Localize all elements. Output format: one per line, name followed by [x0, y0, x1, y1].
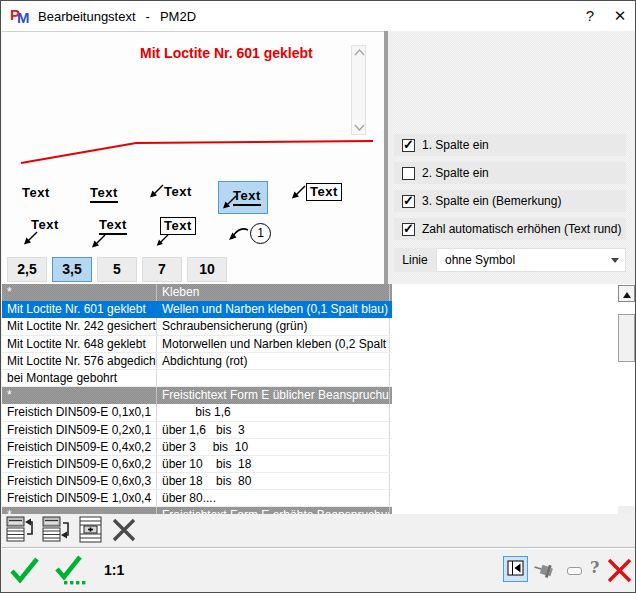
cell-bemerkung: Wellen und Narben kleben (0,1 Spalt blau…	[157, 301, 390, 318]
table-row[interactable]: bei Montage gebohrt	[2, 370, 392, 387]
cell-bemerkung: über 3 bis 10	[157, 439, 390, 455]
panel-toggle-button[interactable]	[503, 556, 528, 582]
result-table: *KlebenMit Loctite Nr. 601 geklebtWellen…	[2, 284, 392, 514]
preview-scrollbar[interactable]	[351, 45, 366, 135]
style-underline-button[interactable]: Text	[90, 185, 118, 203]
move-row-up-icon[interactable]	[5, 515, 37, 545]
help-button[interactable]: ?	[575, 3, 605, 29]
option-label: 3. Spalte ein (Bemerkung)	[422, 194, 561, 208]
list-scrollbar-foot	[618, 506, 635, 514]
app-logo-icon: P M	[10, 7, 32, 25]
size-5-button[interactable]: 5	[97, 257, 137, 282]
table-row[interactable]: Freistich DIN509-E 0,6x0,3über 18 bis 80	[2, 473, 392, 490]
table-row[interactable]: Mit Loctite Nr. 648 geklebtMotorwellen u…	[2, 336, 392, 353]
cell-bemerkung: über 10 bis 18	[157, 456, 390, 472]
close-button[interactable]: ✕	[605, 3, 635, 29]
pin-icon[interactable]	[533, 559, 555, 581]
cell-text: Freistich DIN509-E 0,6x0,3	[2, 473, 157, 489]
text-list-panel: *KlebenMit Loctite Nr. 601 geklebtWellen…	[2, 284, 636, 514]
leader-arrow-icon	[154, 233, 170, 247]
checkbox-unchecked-icon[interactable]	[402, 167, 415, 180]
scroll-down-icon[interactable]	[354, 124, 365, 131]
table-row[interactable]: Mit Loctite Nr. 576 abgedichtetAbdichtun…	[2, 353, 392, 370]
title-app: PM2D	[160, 9, 196, 24]
cell-text: Freistich DIN509-E 0,6x0,2	[2, 456, 157, 472]
title-main: Bearbeitungstext	[38, 9, 136, 24]
checkbox-checked-icon[interactable]: ✓	[402, 139, 415, 152]
balloon-number-label: 1	[250, 223, 271, 244]
cell-text: Freistich DIN509-E 0,4x0,2	[2, 439, 157, 455]
help-icon[interactable]: ?	[590, 558, 599, 577]
style-label: Text	[306, 183, 342, 201]
table-row[interactable]: Mit Loctite Nr. 242 gesichertSchraubensi…	[2, 318, 392, 335]
style-label: Text	[233, 188, 261, 206]
option-label: Zahl automatisch erhöhen (Text rund)	[422, 222, 621, 236]
option-label: 2. Spalte ein	[422, 166, 489, 180]
move-row-down-icon[interactable]	[41, 515, 73, 545]
size-7-button[interactable]: 7	[142, 257, 182, 282]
table-row[interactable]: Freistich DIN509-E 0,2x0,1über 1,6 bis 3	[2, 422, 392, 439]
line-symbol-row: Linie ohne Symbol	[394, 248, 626, 272]
title-separator: -	[146, 9, 150, 24]
cell-text: *	[2, 387, 157, 404]
logo-letter-m: M	[17, 9, 30, 26]
option-auto-number[interactable]: ✓ Zahl automatisch erhöhen (Text rund)	[394, 218, 626, 240]
ok-check-icon[interactable]	[9, 556, 41, 584]
check-glyph: ✓	[403, 193, 414, 208]
preview-annotation-text: Mit Loctite Nr. 601 geklebt	[140, 45, 313, 61]
style-numbered-balloon-button[interactable]: 1	[226, 222, 271, 244]
table-row[interactable]: Freistich DIN509-E 0,6x0,2über 10 bis 18	[2, 456, 392, 473]
option-column2[interactable]: 2. Spalte ein	[394, 162, 626, 184]
cell-text: Mit Loctite Nr. 601 geklebt	[2, 301, 157, 318]
title-bar[interactable]: P M Bearbeitungstext-PM2D ? ✕	[1, 1, 635, 31]
option-column1[interactable]: ✓ 1. Spalte ein	[394, 134, 626, 156]
style-arrow-below-button[interactable]: Text	[22, 217, 59, 246]
style-label: Text	[164, 184, 192, 199]
leader-arrow-icon	[148, 183, 164, 199]
leader-arrow-icon	[22, 230, 38, 246]
line-symbol-dropdown[interactable]: ohne Symbol	[436, 248, 626, 272]
leader-arrow-icon	[290, 184, 306, 200]
style-leader-text-button[interactable]: Text	[148, 183, 192, 199]
size-10-button[interactable]: 10	[187, 257, 227, 282]
size-3-5-button[interactable]: 3,5	[52, 257, 92, 282]
option-column3[interactable]: ✓ 3. Spalte ein (Bemerkung)	[394, 190, 626, 212]
preview-panel: Mit Loctite Nr. 601 geklebt Text Text Te…	[2, 31, 384, 284]
cell-bemerkung	[157, 370, 390, 386]
dropdown-value: ohne Symbol	[445, 253, 515, 267]
cancel-x-icon[interactable]	[606, 557, 633, 584]
cell-text: Mit Loctite Nr. 648 geklebt	[2, 336, 157, 352]
cell-bemerkung: über 1,6 bis 3	[157, 422, 390, 438]
delete-row-icon[interactable]	[108, 515, 140, 545]
table-header-row[interactable]: *Kleben	[2, 284, 392, 301]
list-scroll-up-button[interactable]	[618, 285, 635, 302]
cell-text: *	[2, 284, 157, 301]
checkbox-checked-icon[interactable]: ✓	[402, 223, 415, 236]
table-row[interactable]: Freistich DIN509-E 0,4x0,2über 3 bis 10	[2, 439, 392, 456]
checkbox-checked-icon[interactable]: ✓	[402, 195, 415, 208]
style-leader-underline-button-selected[interactable]: Text	[218, 181, 268, 214]
triangle-up-icon	[623, 292, 631, 298]
cell-text: Freistich DIN509-E 1,0x0,4	[2, 490, 157, 506]
scale-label: 1:1	[104, 562, 124, 578]
style-label: Text	[90, 185, 118, 203]
ok-check-repeat-icon[interactable]	[54, 555, 90, 587]
list-scrollbar-thumb[interactable]	[618, 314, 635, 362]
size-2-5-button[interactable]: 2,5	[7, 257, 47, 282]
minimize-icon[interactable]	[567, 567, 582, 575]
cell-bemerkung: bis 1,6	[157, 404, 390, 420]
style-label: Text	[22, 185, 50, 200]
table-row[interactable]: Freistich DIN509-E 0,1x0,1 bis 1,6	[2, 404, 392, 421]
table-header-row[interactable]: *Freistichtext Form E üblicher Beanspruc…	[2, 387, 392, 404]
check-glyph: ✓	[403, 137, 414, 152]
style-plain-button[interactable]: Text	[22, 185, 50, 200]
table-row[interactable]: Freistich DIN509-E 1,0x0,4über 80....	[2, 490, 392, 507]
style-leader-boxed-button[interactable]: Text	[290, 183, 342, 201]
option-label: 1. Spalte ein	[422, 138, 489, 152]
style-arrow-below-boxed-button[interactable]: Text	[154, 217, 196, 247]
style-arrow-below-underline-button[interactable]: Text	[90, 217, 127, 249]
chevron-down-icon[interactable]	[611, 258, 619, 263]
add-row-icon[interactable]	[77, 515, 105, 545]
table-row[interactable]: Mit Loctite Nr. 601 geklebtWellen und Na…	[2, 301, 392, 318]
scroll-up-icon[interactable]	[354, 49, 365, 56]
